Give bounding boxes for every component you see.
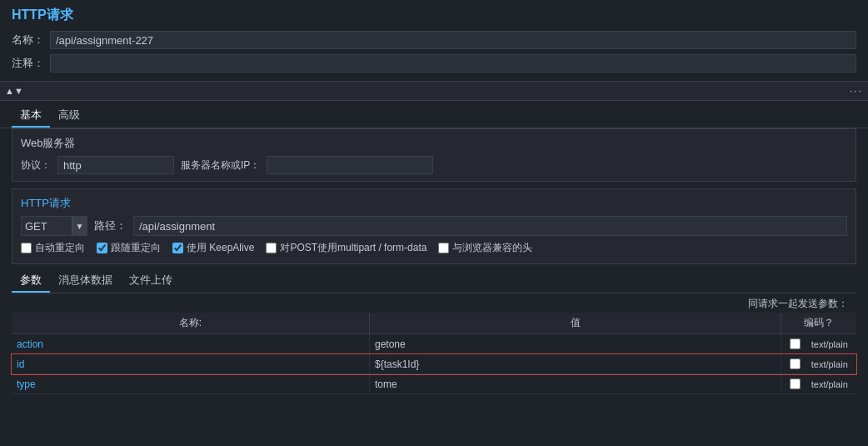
server-name-input[interactable] xyxy=(267,156,433,174)
notes-input[interactable] xyxy=(50,54,856,73)
toolbar-row: ▲▼ ··· xyxy=(0,81,868,101)
web-server-title: Web服务器 xyxy=(21,136,847,151)
params-section: 参数 消息体数据 文件上传 同请求一起发送参数： 名称: 值 编码？ actio… xyxy=(12,269,856,394)
table-row: action getone text/plain xyxy=(12,334,856,354)
more-options-dots[interactable]: ··· xyxy=(850,85,863,97)
checkbox-multipart[interactable]: 对POST使用multipart / form-data xyxy=(266,241,427,255)
name-label: 名称： xyxy=(12,33,45,48)
encode-checkbox-action[interactable] xyxy=(790,338,801,349)
multipart-label: 对POST使用multipart / form-data xyxy=(280,241,427,255)
tab-basic[interactable]: 基本 xyxy=(12,104,50,128)
param-encode-id: text/plain xyxy=(781,354,856,373)
follow-redirect-label: 跟随重定向 xyxy=(111,241,161,255)
param-encode-type: text/plain xyxy=(781,374,856,393)
params-table-header: 名称: 值 编码？ xyxy=(12,313,856,334)
params-table-container: 名称: 值 编码？ action getone text/plain id $ xyxy=(12,313,856,394)
table-row: id ${task1Id} text/plain xyxy=(12,354,856,374)
table-row: type tome text/plain xyxy=(12,374,856,394)
checkbox-keepalive[interactable]: 使用 KeepAlive xyxy=(172,241,254,255)
checkboxes-row: 自动重定向 跟随重定向 使用 KeepAlive 对POST使用multipar… xyxy=(21,241,847,255)
encode-type-id: text/plain xyxy=(811,359,848,369)
notes-field-row: 注释： xyxy=(12,54,856,73)
server-name-label: 服务器名称或IP： xyxy=(181,158,260,173)
param-value-type[interactable]: tome xyxy=(370,374,781,393)
server-fields: 协议： 服务器名称或IP： xyxy=(21,156,847,174)
col-header-value: 值 xyxy=(370,313,781,333)
up-down-arrows[interactable]: ▲▼ xyxy=(5,86,23,96)
checkbox-follow-redirect[interactable]: 跟随重定向 xyxy=(97,241,161,255)
http-request-panel: HTTP请求 名称： 注释： ▲▼ ··· 基本 高级 Web服务器 协议： 服… xyxy=(0,0,868,446)
path-label: 路径： xyxy=(94,218,127,233)
params-tab-upload[interactable]: 文件上传 xyxy=(121,269,181,293)
encode-type-type: text/plain xyxy=(811,379,848,389)
param-value-id[interactable]: ${task1Id} xyxy=(370,354,781,373)
params-tab-params[interactable]: 参数 xyxy=(12,269,50,293)
keepalive-label: 使用 KeepAlive xyxy=(187,241,254,255)
tab-advanced[interactable]: 高级 xyxy=(50,104,88,128)
http-request-title: HTTP请求 xyxy=(21,196,847,211)
browser-compat-checkbox[interactable] xyxy=(438,243,449,253)
encode-checkbox-type[interactable] xyxy=(790,378,801,389)
tabs-row: 基本 高级 xyxy=(0,101,868,128)
method-dropdown-btn[interactable]: ▼ xyxy=(72,217,87,235)
checkbox-browser-compat[interactable]: 与浏览器兼容的头 xyxy=(438,241,532,255)
param-encode-action: text/plain xyxy=(781,334,856,353)
param-name-id[interactable]: id xyxy=(12,354,370,373)
col-header-encode: 编码？ xyxy=(781,313,856,333)
browser-compat-label: 与浏览器兼容的头 xyxy=(452,241,532,255)
page-title: HTTP请求 xyxy=(12,7,856,24)
keepalive-checkbox[interactable] xyxy=(172,243,183,253)
web-server-section: Web服务器 协议： 服务器名称或IP： xyxy=(12,128,856,182)
http-request-section: HTTP请求 GET POST PUT DELETE ▼ 路径： 自 xyxy=(12,188,856,264)
param-name-action[interactable]: action xyxy=(12,334,370,353)
follow-redirect-checkbox[interactable] xyxy=(97,243,107,253)
send-label: 同请求一起发送参数： xyxy=(12,293,856,313)
auto-redirect-label: 自动重定向 xyxy=(35,241,85,255)
name-input[interactable] xyxy=(50,31,856,49)
protocol-input[interactable] xyxy=(57,156,174,174)
page-header: HTTP请求 名称： 注释： xyxy=(0,0,868,81)
name-field-row: 名称： xyxy=(12,31,856,49)
auto-redirect-checkbox[interactable] xyxy=(21,243,32,253)
method-select-wrapper[interactable]: GET POST PUT DELETE ▼ xyxy=(21,216,87,236)
param-name-type[interactable]: type xyxy=(12,374,370,393)
content-area: Web服务器 协议： 服务器名称或IP： HTTP请求 GET POST PUT… xyxy=(0,128,868,446)
protocol-label: 协议： xyxy=(21,158,51,173)
path-input[interactable] xyxy=(133,216,847,236)
encode-type-action: text/plain xyxy=(811,339,848,349)
checkbox-auto-redirect[interactable]: 自动重定向 xyxy=(21,241,85,255)
notes-label: 注释： xyxy=(12,56,45,71)
col-header-name: 名称: xyxy=(12,313,370,333)
encode-checkbox-id[interactable] xyxy=(790,358,801,369)
multipart-checkbox[interactable] xyxy=(266,243,277,253)
param-value-action[interactable]: getone xyxy=(370,334,781,353)
params-tabs-row: 参数 消息体数据 文件上传 xyxy=(12,269,856,293)
method-select[interactable]: GET POST PUT DELETE xyxy=(22,217,72,235)
params-tab-body[interactable]: 消息体数据 xyxy=(50,269,121,293)
http-method-row: GET POST PUT DELETE ▼ 路径： xyxy=(21,216,847,236)
